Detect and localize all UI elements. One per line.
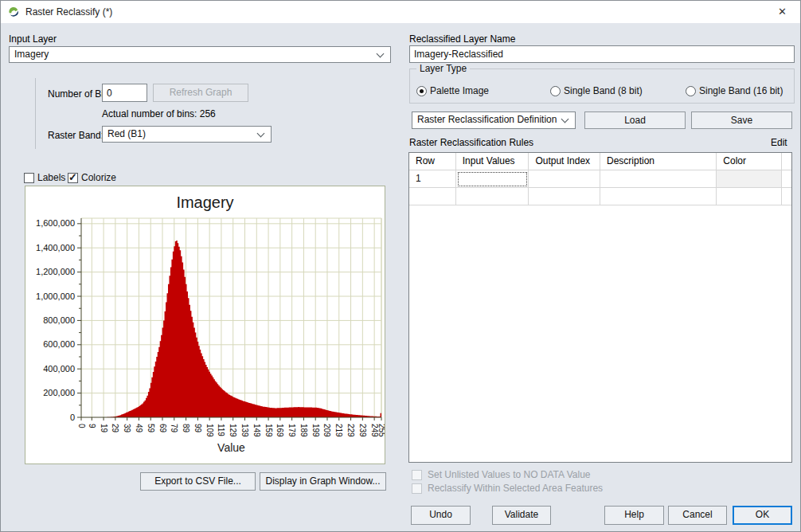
layer-type-label: Layer Type: [416, 63, 470, 74]
radio-single-band-8bit[interactable]: [550, 86, 561, 96]
window-title: Raster Reclassify (*): [25, 6, 112, 18]
radio-palette-image[interactable]: [416, 86, 427, 96]
svg-text:119: 119: [217, 424, 225, 436]
svg-text:109: 109: [205, 424, 214, 437]
checkmark-icon: ✓: [68, 171, 77, 183]
cell-row-number: 1: [409, 170, 456, 188]
svg-text:189: 189: [299, 424, 308, 437]
svg-text:1,600,000: 1,600,000: [36, 218, 75, 228]
svg-text:0: 0: [70, 413, 75, 422]
radio-single-band-16bit[interactable]: [686, 86, 696, 96]
labels-checkbox-label: Labels: [37, 173, 65, 183]
cell-input-values: [456, 188, 529, 205]
reclassified-name-input[interactable]: [409, 45, 795, 63]
raster-band-value: Red (B1): [107, 128, 146, 139]
chevron-down-icon: [257, 129, 265, 137]
radio-single-band-16bit-label: Single Band (16 bit): [699, 86, 783, 96]
colorize-checkbox-label: Colorize: [81, 173, 116, 183]
col-header-description: Description: [600, 153, 717, 170]
raster-reclassify-dialog: Raster Reclassify (*) ✕ Input Layer Imag…: [0, 0, 801, 532]
colorize-checkbox[interactable]: ✓: [68, 173, 78, 183]
rules-table[interactable]: Row Input Values Output Index Descriptio…: [408, 152, 792, 463]
export-csv-button[interactable]: Export to CSV File...: [140, 472, 256, 491]
svg-text:800,000: 800,000: [43, 315, 75, 325]
cell-sliver: [782, 188, 791, 205]
svg-text:19: 19: [100, 424, 108, 433]
cell-color[interactable]: [717, 170, 782, 188]
edit-link[interactable]: Edit: [771, 137, 787, 148]
cell-output-index[interactable]: [529, 170, 600, 188]
cell-color: [717, 188, 782, 205]
svg-text:89: 89: [182, 424, 190, 433]
histogram-panel: Imagery 0200,000400,000600,000800,0001,0…: [25, 186, 385, 464]
save-button[interactable]: Save: [691, 111, 792, 129]
reclassification-definition-combobox[interactable]: Raster Reclassification Definition: [412, 111, 576, 129]
chart-x-axis-label: Value: [81, 441, 381, 454]
bins-input[interactable]: [102, 84, 147, 102]
svg-text:129: 129: [229, 424, 237, 437]
titlebar: Raster Reclassify (*) ✕: [1, 1, 800, 23]
svg-text:139: 139: [240, 424, 249, 437]
col-header-color: Color: [717, 153, 782, 170]
svg-text:1,400,000: 1,400,000: [36, 243, 75, 252]
cancel-button[interactable]: Cancel: [668, 506, 727, 525]
chevron-down-icon: [561, 115, 569, 123]
unlisted-values-checkbox[interactable]: [412, 470, 422, 480]
raster-band-combobox[interactable]: Red (B1): [102, 126, 272, 143]
svg-text:169: 169: [275, 424, 284, 437]
help-button[interactable]: Help: [604, 506, 664, 525]
svg-text:59: 59: [147, 424, 155, 433]
svg-text:239: 239: [358, 424, 367, 437]
reclassify-within-selected-checkbox[interactable]: [412, 483, 422, 494]
reclassification-definition-value: Raster Reclassification Definition: [417, 114, 557, 125]
svg-text:209: 209: [322, 424, 331, 437]
table-row[interactable]: 1: [409, 170, 791, 188]
svg-text:159: 159: [264, 424, 273, 437]
chart-title: Imagery: [25, 194, 385, 212]
input-layer-value: Imagery: [14, 49, 49, 60]
close-icon[interactable]: ✕: [764, 1, 800, 23]
svg-text:600,000: 600,000: [43, 339, 75, 349]
cell-description: [600, 188, 717, 205]
input-layer-label: Input Layer: [9, 33, 57, 45]
ok-button[interactable]: OK: [733, 506, 792, 525]
load-button[interactable]: Load: [584, 111, 686, 129]
svg-text:49: 49: [135, 424, 143, 433]
section-divider: [35, 78, 36, 149]
svg-text:255: 255: [377, 424, 385, 437]
svg-text:199: 199: [311, 424, 320, 437]
svg-text:219: 219: [334, 424, 343, 437]
svg-text:99: 99: [193, 424, 202, 433]
radio-single-band-8bit-label: Single Band (8 bit): [564, 86, 643, 96]
svg-text:79: 79: [170, 424, 178, 433]
table-row-empty[interactable]: [409, 188, 791, 205]
global-mapper-app-icon: [7, 6, 20, 18]
undo-button[interactable]: Undo: [411, 506, 471, 525]
input-layer-combobox[interactable]: Imagery: [9, 46, 391, 63]
validate-button[interactable]: Validate: [492, 506, 551, 525]
col-header-sliver: [782, 153, 791, 170]
reclassified-name-label: Reclassified Layer Name: [409, 33, 515, 45]
raster-band-label: Raster Band:: [48, 130, 104, 141]
svg-text:1,200,000: 1,200,000: [36, 267, 75, 276]
cell-row-number: [409, 188, 456, 205]
cell-description[interactable]: [600, 170, 717, 188]
chevron-down-icon: [377, 49, 385, 57]
unlisted-values-checkbox-label: Set Unlisted Values to NO DATA Value: [428, 470, 591, 480]
actual-bins-text: Actual number of bins: 256: [102, 108, 216, 119]
svg-text:400,000: 400,000: [43, 364, 75, 374]
svg-text:0: 0: [77, 424, 86, 428]
svg-text:9: 9: [88, 424, 96, 428]
svg-text:39: 39: [123, 424, 131, 433]
refresh-graph-button[interactable]: Refresh Graph: [153, 84, 248, 102]
labels-checkbox[interactable]: [24, 173, 34, 183]
cell-input-values[interactable]: [456, 170, 529, 188]
svg-text:179: 179: [287, 424, 296, 437]
display-graph-window-button[interactable]: Display in Graph Window...: [260, 472, 386, 491]
rules-table-header: Row Input Values Output Index Descriptio…: [409, 153, 791, 170]
col-header-output-index: Output Index: [529, 153, 600, 170]
svg-text:229: 229: [346, 424, 355, 437]
svg-text:29: 29: [111, 424, 119, 433]
svg-text:69: 69: [158, 424, 167, 433]
svg-text:200,000: 200,000: [43, 388, 75, 397]
